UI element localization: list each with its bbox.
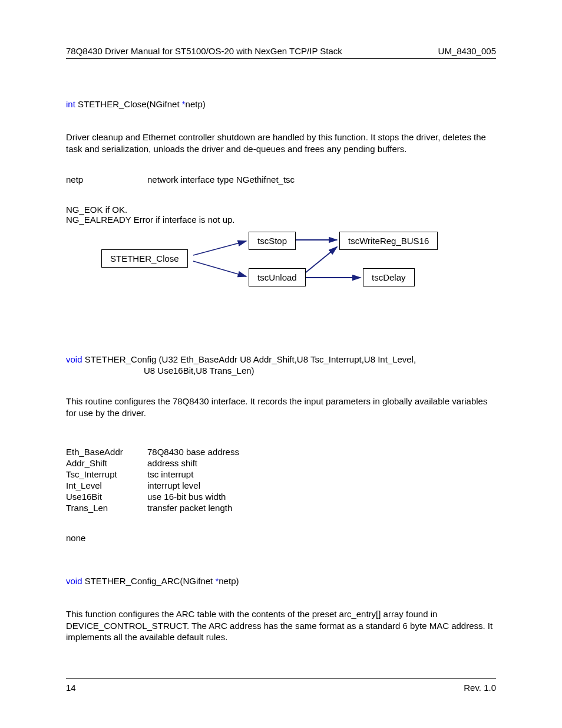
proto-text: STETHER_Close(NGifnet xyxy=(75,99,182,109)
return-line: NG_EOK if OK. xyxy=(66,205,496,215)
node-stether-close: STETHER_Close xyxy=(101,249,188,268)
param-name: Addr_Shift xyxy=(66,458,147,468)
param-desc: transfer packet length xyxy=(147,503,496,513)
param-desc: use 16-bit bus width xyxy=(147,492,496,502)
svg-line-3 xyxy=(305,247,337,273)
keyword-int: int xyxy=(66,99,75,109)
arc-prototype: void STETHER_Config_ARC(NGifnet *netp) xyxy=(66,576,496,586)
return-line: NG_EALREADY Error if interface is not up… xyxy=(66,215,496,225)
param-row: Use16Bituse 16-bit bus width xyxy=(66,492,496,502)
param-desc: network interface type NGethifnet_tsc xyxy=(147,174,496,185)
page-footer: 14 Rev. 1.0 xyxy=(66,678,496,693)
param-name: Trans_Len xyxy=(66,503,147,513)
config-description: This routine configures the 78Q8430 inte… xyxy=(66,396,496,419)
proto-text: STETHER_Config_ARC(NGifnet xyxy=(82,576,216,586)
param-name: netp xyxy=(66,174,147,185)
close-description: Driver cleanup and Ethernet controller s… xyxy=(66,131,496,154)
node-tscdelay: tscDelay xyxy=(363,268,415,286)
header-right: UM_8430_005 xyxy=(438,46,496,56)
param-row: netp network interface type NGethifnet_t… xyxy=(66,174,496,185)
svg-line-1 xyxy=(193,261,246,276)
close-prototype: int STETHER_Close(NGifnet *netp) xyxy=(66,99,496,109)
node-tscwritereg: tscWriteReg_BUS16 xyxy=(339,232,438,250)
param-row: Addr_Shiftaddress shift xyxy=(66,458,496,468)
param-name: Use16Bit xyxy=(66,492,147,502)
footer-rev: Rev. 1.0 xyxy=(464,683,496,693)
proto-text: STETHER_Config (U32 Eth_BaseAddr U8 Addr… xyxy=(82,354,416,364)
param-row: Int_Levelinterrupt level xyxy=(66,480,496,490)
param-row: Eth_BaseAddr78Q8430 base address xyxy=(66,447,496,457)
param-row: Tsc_Interrupttsc interrupt xyxy=(66,469,496,479)
param-desc: 78Q8430 base address xyxy=(147,447,496,457)
config-params: Eth_BaseAddr78Q8430 base addressAddr_Shi… xyxy=(66,447,496,513)
param-desc: tsc interrupt xyxy=(147,469,496,479)
return-line: none xyxy=(66,533,496,543)
config-prototype-line2: U8 Use16Bit,U8 Trans_Len) xyxy=(66,365,496,375)
keyword-void: void xyxy=(66,354,82,364)
arc-description: This function configures the ARC table w… xyxy=(66,608,496,643)
node-tscstop: tscStop xyxy=(249,232,296,250)
keyword-void: void xyxy=(66,576,82,586)
svg-line-0 xyxy=(193,241,246,255)
footer-page: 14 xyxy=(66,683,76,693)
param-desc: interrupt level xyxy=(147,480,496,490)
page-header: 78Q8430 Driver Manual for ST5100/OS-20 w… xyxy=(66,46,496,59)
config-prototype: void STETHER_Config (U32 Eth_BaseAddr U8… xyxy=(66,354,496,364)
node-tscunload: tscUnload xyxy=(249,268,306,286)
header-left: 78Q8430 Driver Manual for ST5100/OS-20 w… xyxy=(66,46,342,56)
param-name: Eth_BaseAddr xyxy=(66,447,147,457)
proto-text: netp) xyxy=(186,99,206,109)
param-row: Trans_Lentransfer packet length xyxy=(66,503,496,513)
param-name: Int_Level xyxy=(66,480,147,490)
param-name: Tsc_Interrupt xyxy=(66,469,147,479)
close-call-diagram: STETHER_Close tscStop tscUnload tscWrite… xyxy=(101,230,478,301)
param-desc: address shift xyxy=(147,458,496,468)
proto-text: netp) xyxy=(219,576,239,586)
